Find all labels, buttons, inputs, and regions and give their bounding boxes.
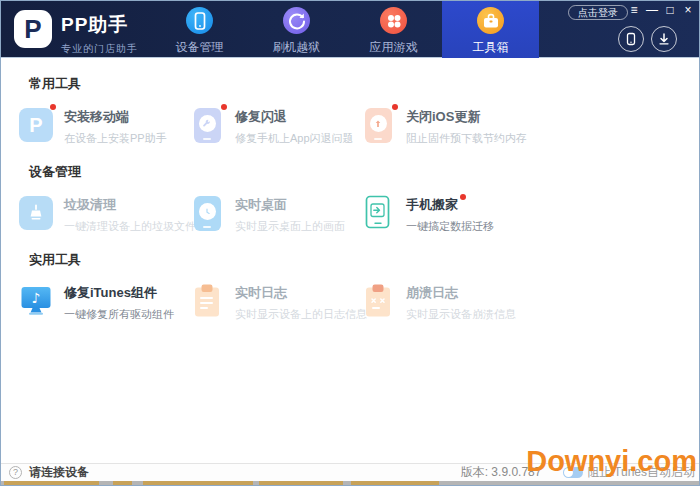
toolbox-panel: 常用工具 P 安装移动端 在设备上安装PP助手 — [1, 59, 699, 464]
help-icon[interactable]: ? — [9, 466, 22, 479]
section-common-tools: 常用工具 P 安装移动端 在设备上安装PP助手 — [1, 75, 699, 146]
apps-games-icon — [380, 7, 407, 34]
app-tagline: 专业的门店助手 — [61, 42, 138, 56]
download-center-button[interactable] — [651, 26, 677, 52]
device-status-text: 请连接设备 — [29, 464, 89, 481]
clipboard-crash-icon — [364, 283, 392, 319]
flash-refresh-icon — [283, 7, 310, 34]
pp-logo-letter: P — [24, 16, 41, 42]
tab-label: 应用游戏 — [370, 39, 418, 56]
tab-flash-jailbreak[interactable]: 刷机越狱 — [248, 1, 345, 58]
tool-title: 崩溃日志 — [406, 284, 516, 302]
tab-label: 工具箱 — [473, 39, 509, 56]
wrench-phone-icon — [194, 108, 221, 143]
tool-close-ios-update[interactable]: 关闭iOS更新 阻止固件预下载节约内存 — [360, 106, 531, 146]
brand-block: PP助手 专业的门店助手 — [61, 12, 138, 56]
tool-title: 手机搬家 — [406, 196, 494, 214]
status-bar: ? 请连接设备 版本: 3.9.0.787 阻止iTunes自动启动 — [1, 463, 699, 481]
tool-title: 安装移动端 — [64, 108, 167, 126]
tool-title: 实时桌面 — [235, 196, 345, 214]
tool-title: 垃圾清理 — [64, 196, 196, 214]
tab-toolbox[interactable]: 工具箱 — [442, 1, 539, 58]
tool-title: 实时日志 — [235, 284, 367, 302]
itunes-autorun-toggle[interactable] — [563, 467, 583, 478]
tool-title: 关闭iOS更新 — [406, 108, 527, 126]
device-screen-button[interactable] — [618, 26, 644, 52]
tool-subtitle: 一键修复所有驱动组件 — [64, 307, 174, 322]
tool-title: 修复iTunes组件 — [64, 284, 174, 302]
tab-device-management[interactable]: 设备管理 — [151, 1, 248, 58]
section-title: 设备管理 — [29, 163, 699, 181]
notification-dot — [460, 194, 466, 200]
pp-logo: P — [14, 10, 52, 48]
login-button[interactable]: 点击登录 — [568, 5, 628, 20]
window-controls: ≡ — □ × — [625, 2, 697, 19]
section-utility-tools: 实用工具 ♪ 修复iTunes组件 一键修复所有驱动组 — [1, 251, 699, 322]
itunes-monitor-icon: ♪ — [19, 285, 53, 317]
notification-dot — [392, 104, 398, 110]
clipboard-log-icon — [193, 283, 221, 319]
tool-subtitle: 阻止固件预下载节约内存 — [406, 131, 527, 146]
clock-phone-icon — [194, 196, 221, 231]
version-text: 版本: 3.9.0.787 — [461, 464, 542, 481]
section-title: 实用工具 — [29, 251, 699, 269]
tool-subtitle: 实时显示设备上的日志信息 — [235, 307, 367, 322]
tool-fix-crash[interactable]: 修复闪退 修复手机上App闪退问题 — [189, 106, 360, 146]
tool-install-mobile[interactable]: P 安装移动端 在设备上安装PP助手 — [18, 106, 189, 146]
svg-text:♪: ♪ — [32, 290, 41, 306]
app-title: PP助手 — [61, 12, 138, 38]
device-phone-icon — [186, 7, 213, 34]
bottom-edge-artifact — [1, 481, 699, 485]
move-phone-icon — [365, 195, 391, 231]
minimize-icon[interactable]: — — [643, 2, 661, 19]
tool-subtitle: 实时显示设备崩溃信息 — [406, 307, 516, 322]
tool-subtitle: 实时显示桌面上的画面 — [235, 219, 345, 234]
tool-trash-clean[interactable]: 垃圾清理 一键清理设备上的垃圾文件 — [18, 194, 189, 234]
tool-crash-log[interactable]: 崩溃日志 实时显示设备崩溃信息 — [360, 282, 531, 322]
notification-dot — [50, 104, 56, 110]
tool-subtitle: 一键搞定数据迁移 — [406, 219, 494, 234]
tab-label: 刷机越狱 — [273, 39, 321, 56]
upload-phone-icon — [365, 108, 392, 143]
main-nav: 设备管理 刷机越狱 应用游戏 工具箱 — [151, 1, 539, 58]
tool-phone-move[interactable]: 手机搬家 一键搞定数据迁移 — [360, 194, 531, 234]
close-icon[interactable]: × — [679, 2, 697, 19]
toolbox-icon — [477, 7, 504, 34]
quick-buttons — [618, 26, 677, 52]
menu-icon[interactable]: ≡ — [625, 2, 643, 19]
title-bar: P PP助手 专业的门店助手 设备管理 刷机越狱 — [1, 1, 699, 58]
itunes-toggle-label: 阻止iTunes自动启动 — [587, 464, 695, 481]
tab-apps-games[interactable]: 应用游戏 — [345, 1, 442, 58]
tab-label: 设备管理 — [176, 39, 224, 56]
notification-dot — [221, 104, 227, 110]
tool-subtitle: 一键清理设备上的垃圾文件 — [64, 219, 196, 234]
section-device-management: 设备管理 垃圾清理 一键清理设备上的垃圾文件 — [1, 163, 699, 234]
broom-icon — [19, 196, 53, 230]
tool-fix-itunes[interactable]: ♪ 修复iTunes组件 一键修复所有驱动组件 — [18, 282, 189, 322]
tool-subtitle: 修复手机上App闪退问题 — [235, 131, 354, 146]
maximize-icon[interactable]: □ — [661, 2, 679, 19]
app-window: P PP助手 专业的门店助手 设备管理 刷机越狱 — [0, 0, 700, 486]
tool-live-desktop[interactable]: 实时桌面 实时显示桌面上的画面 — [189, 194, 360, 234]
tool-subtitle: 在设备上安装PP助手 — [64, 131, 167, 146]
tool-live-log[interactable]: 实时日志 实时显示设备上的日志信息 — [189, 282, 360, 322]
pp-logo-icon: P — [19, 108, 53, 142]
tool-title: 修复闪退 — [235, 108, 354, 126]
section-title: 常用工具 — [29, 75, 699, 93]
